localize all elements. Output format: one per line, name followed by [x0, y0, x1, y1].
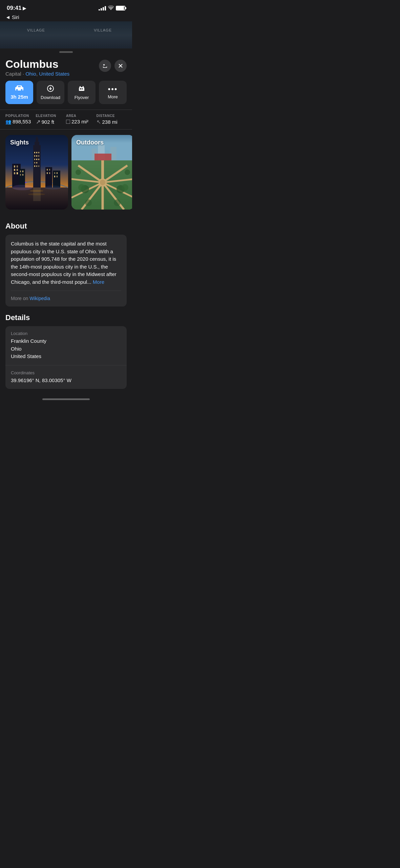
svg-rect-87: [94, 154, 111, 160]
svg-rect-38: [17, 169, 18, 171]
svg-rect-47: [47, 169, 48, 171]
wikipedia-prefix: More on: [11, 296, 29, 301]
battery-icon: [116, 6, 125, 11]
svg-point-59: [12, 185, 33, 190]
svg-rect-43: [22, 171, 23, 172]
svg-point-58: [28, 193, 45, 195]
flyover-button[interactable]: Flyover: [68, 81, 96, 104]
svg-rect-36: [17, 165, 18, 167]
city-name: Columbus: [5, 58, 99, 70]
sights-background: [5, 135, 68, 210]
download-label: Download: [41, 95, 60, 100]
svg-rect-22: [38, 152, 39, 153]
svg-rect-19: [36, 137, 38, 139]
siri-back-button[interactable]: ◄ Siri: [0, 14, 132, 21]
svg-rect-42: [20, 171, 21, 172]
svg-rect-7: [82, 88, 83, 90]
area-value-row: 223 mi²: [66, 119, 97, 124]
svg-point-82: [122, 184, 128, 191]
distance-label: DISTANCE: [97, 114, 127, 118]
svg-rect-53: [57, 172, 58, 174]
area-label: AREA: [66, 114, 97, 118]
details-title: Details: [5, 313, 127, 322]
about-card: Columbus is the state capital and the mo…: [5, 235, 127, 307]
home-indicator: [0, 396, 132, 407]
about-text-content: Columbus is the state capital and the mo…: [11, 241, 117, 285]
svg-rect-20: [34, 152, 35, 153]
drive-button[interactable]: 3h 25m: [5, 81, 33, 104]
place-header: Columbus Capital · Ohio, United States: [0, 54, 132, 81]
svg-rect-39: [14, 172, 15, 174]
svg-point-84: [125, 170, 130, 175]
categories-section: Sights: [0, 130, 132, 215]
home-indicator-bar: [42, 398, 90, 400]
header-info: Columbus Capital · Ohio, United States: [5, 58, 99, 77]
map-overlay: [0, 21, 132, 48]
svg-point-83: [76, 170, 81, 175]
location-value: Franklin CountyOhioUnited States: [11, 337, 121, 360]
svg-rect-50: [49, 172, 50, 174]
distance-value-row: ↖ 238 mi: [97, 119, 127, 125]
svg-rect-45: [22, 174, 23, 176]
drive-time-label: 3h 25m: [10, 94, 28, 100]
svg-point-57: [30, 190, 43, 192]
wikipedia-link-row: More on Wikipedia: [11, 291, 121, 301]
about-more-link[interactable]: More: [93, 279, 104, 285]
svg-point-85: [85, 199, 92, 206]
distance-value: 238 mi: [102, 119, 118, 125]
download-button[interactable]: Download: [37, 81, 64, 104]
country-link[interactable]: United States: [39, 71, 69, 77]
status-icons: [99, 5, 125, 11]
wikipedia-link[interactable]: Wikipedia: [29, 296, 50, 301]
svg-rect-25: [38, 155, 39, 157]
outdoors-label: Outdoors: [76, 139, 104, 146]
svg-rect-40: [17, 172, 18, 174]
svg-rect-48: [49, 169, 50, 171]
share-button[interactable]: [99, 60, 111, 72]
header-action-buttons: [99, 60, 127, 72]
download-icon: [47, 85, 54, 94]
detail-location: Location Franklin CountyOhioUnited State…: [5, 326, 127, 366]
time-display: 09:41: [7, 5, 21, 12]
stat-elevation: ELEVATION ↗ 902 ft: [36, 114, 66, 125]
about-text: Columbus is the state capital and the mo…: [11, 240, 121, 286]
categories-scroll[interactable]: Sights: [0, 135, 132, 210]
distance-icon: ↖: [97, 119, 101, 125]
elevation-icon: ↗: [36, 119, 40, 125]
svg-rect-41: [19, 169, 25, 188]
svg-rect-29: [34, 162, 35, 163]
signal-bars: [99, 6, 106, 11]
elevation-label: ELEVATION: [36, 114, 66, 118]
stats-row: POPULATION 👥 898,553 ELEVATION ↗ 902 ft …: [0, 110, 132, 130]
more-label: More: [108, 94, 118, 99]
svg-rect-6: [80, 88, 81, 90]
svg-rect-37: [14, 169, 15, 171]
pull-handle-bar: [59, 51, 73, 53]
svg-rect-27: [36, 159, 37, 160]
state-link[interactable]: Ohio: [25, 71, 36, 77]
city-subtitle: Capital · Ohio, United States: [5, 71, 99, 77]
details-card: Location Franklin CountyOhioUnited State…: [5, 326, 127, 389]
category-outdoors[interactable]: Outdoors: [71, 135, 132, 210]
about-title: About: [5, 222, 127, 231]
about-section: About Columbus is the state capital and …: [0, 215, 132, 307]
category-sights[interactable]: Sights: [5, 135, 68, 210]
siri-back-label: ◄ Siri: [5, 14, 19, 20]
close-button[interactable]: [114, 60, 127, 72]
svg-point-2: [21, 89, 23, 91]
signal-bar-3: [103, 7, 104, 11]
svg-rect-49: [47, 172, 48, 174]
elevation-value: 902 ft: [42, 119, 55, 125]
population-value-row: 👥 898,553: [5, 119, 36, 124]
more-button[interactable]: ••• More: [99, 81, 127, 104]
detail-coordinates: Coordinates 39.96196° N, 83.00305° W: [5, 366, 127, 389]
svg-point-12: [25, 182, 26, 183]
pull-handle[interactable]: [0, 48, 132, 54]
more-icon: •••: [108, 85, 118, 93]
stat-distance: DISTANCE ↖ 238 mi: [97, 114, 127, 125]
svg-rect-46: [45, 167, 52, 188]
coordinates-label: Coordinates: [11, 370, 121, 375]
elevation-value-row: ↗ 902 ft: [36, 119, 66, 125]
location-icon: ▶: [23, 6, 26, 11]
flyover-icon: [78, 85, 85, 94]
